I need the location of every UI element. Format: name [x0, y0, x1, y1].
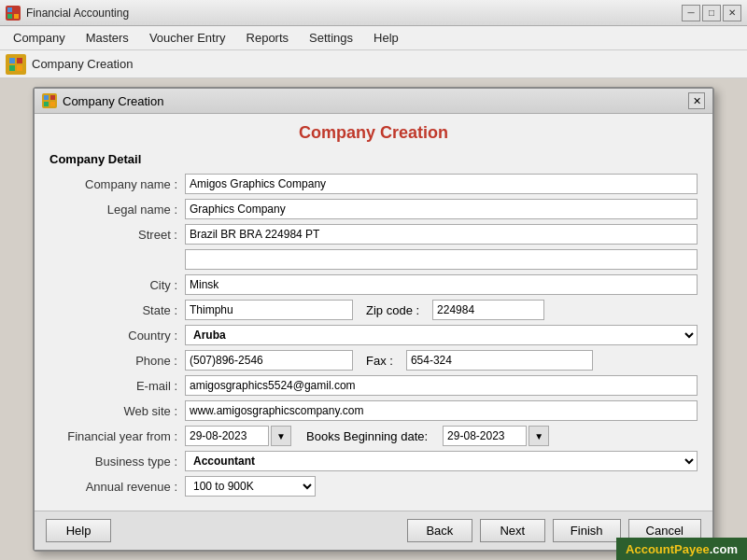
close-button[interactable]: ✕ [723, 5, 741, 21]
books-date-input[interactable] [443, 426, 527, 446]
dialog-title: Company Creation [63, 94, 163, 108]
country-select[interactable]: Aruba United States Brazil [185, 325, 698, 345]
street2-input[interactable] [185, 249, 698, 270]
city-input[interactable] [185, 274, 698, 295]
app-title: Financial Accounting [26, 7, 129, 20]
dialog-footer: Help Back Next Finish Cancel [35, 511, 712, 550]
state-label: State : [49, 303, 185, 317]
svg-rect-0 [7, 7, 12, 12]
business-type-label: Business type : [49, 455, 185, 469]
street-row: Street : [49, 224, 698, 245]
legal-name-row: Legal name : [49, 199, 698, 219]
email-row: E-mail : [49, 375, 698, 396]
country-label: Country : [49, 329, 185, 343]
menu-voucher-entry[interactable]: Voucher Entry [140, 28, 235, 48]
annual-revenue-row: Annual revenue : 100 to 900K 900K to 1M … [49, 476, 698, 497]
company-name-label: Company name : [49, 177, 185, 191]
watermark-text: AccountPayee [626, 542, 710, 556]
svg-rect-4 [9, 58, 15, 63]
menu-settings[interactable]: Settings [300, 28, 362, 48]
svg-rect-10 [44, 102, 49, 106]
state-zip-row: State : Zip code : [49, 300, 698, 320]
company-creation-dialog: Company Creation ✕ Company Creation Comp… [33, 87, 714, 552]
section-label: Company Detail [49, 152, 698, 166]
svg-rect-7 [17, 65, 22, 71]
fin-year-calendar-btn[interactable]: ▼ [271, 426, 291, 446]
svg-rect-2 [7, 14, 12, 19]
street-label: Street : [49, 228, 185, 242]
fin-year-date-wrap: ▼ [185, 426, 291, 446]
website-input[interactable] [185, 400, 698, 421]
company-name-row: Company name : [49, 174, 698, 194]
back-button[interactable]: Back [407, 519, 472, 542]
svg-rect-3 [14, 14, 19, 19]
svg-rect-5 [17, 58, 22, 63]
phone-fax-row: Phone : Fax : [49, 350, 698, 371]
window-controls: ─ □ ✕ [682, 5, 741, 21]
legal-name-input[interactable] [185, 199, 698, 219]
help-button[interactable]: Help [46, 519, 111, 542]
toolbar: Company Creation [0, 50, 747, 78]
books-label: Books Beginning date: [299, 429, 435, 443]
books-calendar-btn[interactable]: ▼ [529, 426, 549, 446]
fin-year-input[interactable] [185, 426, 269, 446]
phone-label: Phone : [49, 354, 185, 368]
email-input[interactable] [185, 375, 698, 396]
dialog-heading: Company Creation [35, 114, 712, 148]
menu-help[interactable]: Help [364, 28, 408, 48]
website-label: Web site : [49, 404, 185, 418]
svg-rect-6 [9, 65, 15, 71]
menu-bar: Company Masters Voucher Entry Reports Se… [0, 26, 747, 50]
fax-label: Fax : [360, 354, 399, 368]
email-label: E-mail : [49, 379, 185, 393]
company-name-input[interactable] [185, 174, 698, 194]
svg-rect-9 [50, 95, 55, 100]
city-row: City : [49, 274, 698, 295]
phone-input[interactable] [185, 350, 353, 371]
dialog-body: Company Detail Company name : Legal name… [35, 152, 712, 511]
toolbar-icon [6, 54, 26, 75]
fin-year-label: Financial year from : [49, 429, 185, 443]
dialog-close-button[interactable]: ✕ [688, 92, 705, 109]
dialog-header: Company Creation ✕ [35, 89, 712, 114]
main-area: Company Creation ✕ Company Creation Comp… [0, 78, 747, 560]
annual-revenue-select[interactable]: 100 to 900K 900K to 1M 1M to 10M [185, 476, 316, 497]
next-button[interactable]: Next [480, 519, 545, 542]
dialog-icon [42, 93, 57, 108]
maximize-button[interactable]: □ [702, 5, 721, 21]
business-type-row: Business type : Accountant Retail Manufa… [49, 451, 698, 471]
minimize-button[interactable]: ─ [682, 5, 700, 21]
city-label: City : [49, 278, 185, 292]
svg-rect-1 [14, 7, 19, 12]
watermark: AccountPayee.com [616, 538, 747, 560]
books-date-wrap: ▼ [443, 426, 549, 446]
toolbar-title: Company Creation [32, 57, 133, 71]
svg-rect-11 [50, 102, 55, 106]
finish-button[interactable]: Finish [553, 519, 621, 542]
menu-reports[interactable]: Reports [237, 28, 299, 48]
street-input[interactable] [185, 224, 698, 245]
country-row: Country : Aruba United States Brazil [49, 325, 698, 345]
svg-rect-8 [44, 95, 49, 100]
menu-masters[interactable]: Masters [77, 28, 138, 48]
legal-name-label: Legal name : [49, 203, 185, 217]
fin-year-row: Financial year from : ▼ Books Beginning … [49, 426, 698, 446]
annual-revenue-label: Annual revenue : [49, 480, 185, 494]
business-type-select[interactable]: Accountant Retail Manufacturing [185, 451, 698, 471]
app-icon [6, 6, 21, 21]
zip-label: Zip code : [360, 303, 425, 317]
website-row: Web site : [49, 400, 698, 421]
fax-input[interactable] [406, 350, 593, 371]
state-input[interactable] [185, 300, 353, 320]
title-bar: Financial Accounting ─ □ ✕ [0, 0, 747, 26]
watermark-tld: .com [710, 542, 738, 556]
menu-company[interactable]: Company [4, 28, 75, 48]
street2-row [49, 249, 698, 270]
zip-input[interactable] [432, 300, 544, 320]
